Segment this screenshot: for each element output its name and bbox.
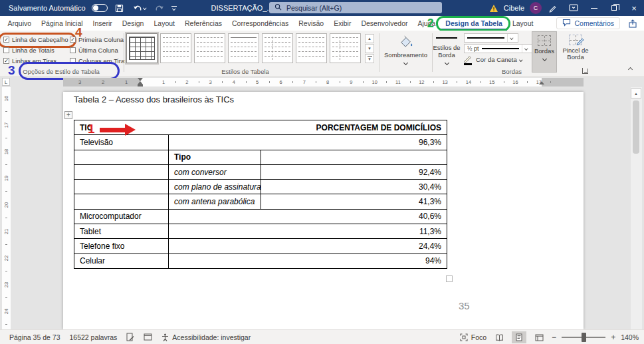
scrollbar-thumb[interactable]: [633, 100, 639, 154]
tab-arquivo[interactable]: Arquivo: [3, 16, 37, 31]
table-cell[interactable]: Televisão: [74, 135, 169, 150]
user-name[interactable]: Cibele: [504, 4, 524, 12]
checkbox-colunas-em-tiras[interactable]: Colunas em Tiras: [70, 57, 127, 65]
tab-stop-selector[interactable]: L: [2, 78, 10, 86]
share-icon[interactable]: [628, 19, 637, 31]
dialog-launcher-icon[interactable]: [582, 68, 588, 74]
table-style-thumbnail-3[interactable]: [194, 33, 225, 63]
undo-icon[interactable]: [132, 2, 148, 14]
tab-design-da-tabela[interactable]: Design da Tabela2: [441, 16, 508, 31]
border-styles-button[interactable]: Estilos de Borda: [429, 33, 464, 66]
tab-correspondencias[interactable]: Correspondências: [227, 16, 294, 31]
table-style-thumbnail-5[interactable]: [262, 33, 293, 63]
border-line-sample: [436, 37, 457, 39]
table-cell[interactable]: 24,4%: [169, 239, 447, 254]
table-caption[interactable]: Tabela 2 – Acesso dos brasileiros às TIC…: [74, 94, 234, 104]
table-cell[interactable]: Telefone fixo: [74, 239, 169, 254]
table-cell[interactable]: 41,3%: [261, 194, 447, 209]
read-mode-button[interactable]: [492, 331, 506, 343]
table-cell[interactable]: Tablet: [74, 224, 169, 239]
ink-pen-icon[interactable]: [546, 2, 558, 14]
restore-button[interactable]: [604, 0, 624, 16]
table-style-thumbnail-4[interactable]: [228, 33, 259, 63]
gallery-down-icon[interactable]: ▼: [365, 44, 374, 53]
close-button[interactable]: ×: [624, 0, 644, 16]
checkbox-ultima-coluna[interactable]: Última Coluna: [70, 47, 127, 54]
pen-color-button[interactable]: Cor da Caneta: [464, 55, 522, 65]
checkbox-primeira-coluna[interactable]: ✓Primeira Coluna: [70, 36, 127, 43]
redo-icon[interactable]: [154, 2, 165, 14]
table-cell[interactable]: Microcomputador: [74, 209, 169, 224]
ribbon-display-options-icon[interactable]: [568, 2, 580, 14]
tab-desenvolvedor[interactable]: Desenvolvedor: [356, 16, 413, 31]
gallery-up-icon[interactable]: ▲: [365, 34, 374, 43]
avatar[interactable]: C: [530, 2, 542, 14]
line-style-dropdown[interactable]: [464, 33, 518, 43]
word-count[interactable]: 16522 palavras: [69, 333, 117, 341]
tab-exibir[interactable]: Exibir: [329, 16, 356, 31]
table-cell[interactable]: 11,3%: [169, 224, 447, 239]
right-indent-marker[interactable]: [539, 81, 544, 85]
table-style-thumbnail-1[interactable]: [126, 33, 158, 63]
zoom-in-button[interactable]: +: [611, 333, 615, 342]
page-info[interactable]: Página 35 de 73: [9, 333, 60, 341]
table-cell[interactable]: 92,4%: [261, 164, 447, 179]
table-cell[interactable]: [74, 164, 169, 179]
tab-inserir[interactable]: Inserir: [88, 16, 117, 31]
tab-layout[interactable]: Layout: [149, 16, 180, 31]
checkbox-linha-de-cabecalho[interactable]: ✓Linha de Cabeçalho4: [3, 36, 70, 43]
table-cell[interactable]: com plano de assinatura: [169, 180, 261, 194]
border-painter-button[interactable]: Pincel de Borda: [560, 31, 591, 73]
table-cell[interactable]: com conversor: [169, 164, 261, 179]
table-cell[interactable]: 94%: [169, 254, 447, 268]
proofing-icon[interactable]: [126, 333, 134, 341]
table-move-handle[interactable]: +: [64, 111, 72, 119]
table-cell[interactable]: 30,4%: [261, 180, 447, 194]
left-indent-marker[interactable]: [138, 85, 143, 86]
tab-layout-da-tabela[interactable]: Layout: [507, 16, 538, 31]
table-cell[interactable]: Tipo: [169, 150, 261, 164]
shading-button[interactable]: Sombreamento: [380, 32, 431, 66]
pen-icon: [464, 55, 473, 65]
ruler-number: 22: [3, 254, 10, 263]
tab-revisao[interactable]: Revisão: [294, 16, 329, 31]
table-cell[interactable]: 40,6%: [169, 209, 447, 224]
warning-icon[interactable]: [488, 2, 500, 14]
accessibility-status[interactable]: Acessibilidade: investigar: [161, 333, 251, 341]
macro-record-icon[interactable]: [144, 333, 152, 341]
print-layout-button[interactable]: [512, 331, 526, 343]
save-icon[interactable]: [114, 2, 126, 14]
table-cell[interactable]: 96,3%: [169, 135, 447, 150]
scroll-up-icon[interactable]: ▲: [631, 88, 641, 98]
table-cell[interactable]: [74, 194, 169, 209]
checkbox-linha-de-totais[interactable]: Linha de Totais: [3, 47, 70, 54]
comments-button[interactable]: Comentários: [556, 17, 620, 29]
focus-button[interactable]: Foco: [460, 333, 486, 341]
table-cell[interactable]: [261, 150, 447, 164]
vertical-scrollbar[interactable]: ▲: [631, 87, 642, 329]
table-cell[interactable]: Celular: [74, 254, 169, 268]
ruler-margin-number: 2: [100, 79, 106, 85]
quick-access-menu-icon[interactable]: [171, 6, 177, 10]
autosave-toggle[interactable]: [92, 4, 108, 12]
search-input[interactable]: Pesquisar (Alt+G): [269, 2, 442, 13]
table-style-thumbnail-7[interactable]: [330, 33, 361, 63]
zoom-slider[interactable]: [562, 337, 605, 338]
gallery-more-icon[interactable]: ▼: [365, 54, 374, 63]
tab-design[interactable]: Design: [117, 16, 149, 31]
minimize-button[interactable]: [584, 0, 604, 16]
borders-button[interactable]: Bordas: [532, 31, 557, 73]
tab-referencias[interactable]: Referências: [179, 16, 227, 31]
zoom-out-button[interactable]: −: [552, 333, 556, 342]
table-style-thumbnail-6[interactable]: [296, 33, 327, 63]
collapse-ribbon-icon[interactable]: [628, 67, 633, 72]
zoom-slider-handle[interactable]: [582, 333, 586, 342]
table-cell[interactable]: [74, 180, 169, 194]
table-resize-handle[interactable]: [446, 275, 453, 282]
table-cell[interactable]: [74, 150, 169, 164]
zoom-level[interactable]: 140%: [621, 333, 639, 341]
table-style-thumbnail-2[interactable]: [160, 33, 191, 63]
line-weight-dropdown[interactable]: ½ pt: [464, 44, 533, 53]
web-layout-button[interactable]: [532, 331, 546, 343]
table-cell[interactable]: com antena parabólica: [169, 194, 261, 209]
